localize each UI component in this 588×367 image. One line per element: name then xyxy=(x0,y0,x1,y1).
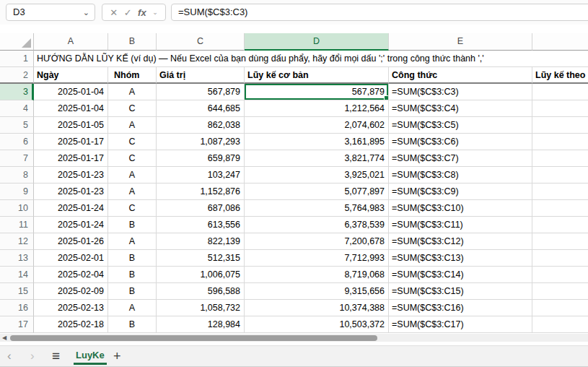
cell-group[interactable]: C xyxy=(108,134,157,150)
cancel-icon[interactable]: ✕ xyxy=(110,7,118,18)
add-sheet-icon[interactable]: + xyxy=(113,346,121,366)
cell-cumulative[interactable]: 10,503,372 xyxy=(245,316,389,333)
sheet-menu-icon[interactable]: ≡ xyxy=(52,346,60,366)
cell-date[interactable]: 2025-01-26 xyxy=(34,233,108,250)
cell-group[interactable]: A xyxy=(108,117,157,134)
cell-date[interactable]: 2025-01-04 xyxy=(34,100,108,117)
cell-formula[interactable]: =SUM($C$3:C13) xyxy=(389,250,532,267)
cell-date[interactable]: 2025-02-09 xyxy=(34,283,108,300)
cell-cumulative[interactable]: 3,821,774 xyxy=(245,150,389,167)
cell-date[interactable]: 2025-02-13 xyxy=(34,300,108,316)
row-header[interactable]: 4 xyxy=(0,100,34,117)
name-box-dropdown-icon[interactable]: ⌄ xyxy=(83,4,89,20)
cell-formula[interactable]: =SUM($C$3:C5) xyxy=(389,117,532,134)
row-header[interactable]: 7 xyxy=(0,150,34,167)
row-header[interactable]: 11 xyxy=(0,217,34,233)
cell-value[interactable]: 596,588 xyxy=(157,283,245,300)
cell-empty[interactable] xyxy=(532,184,588,200)
cell-formula[interactable]: =SUM($C$3:C6) xyxy=(389,134,532,150)
cell-cumulative[interactable]: 6,378,539 xyxy=(245,217,389,233)
formula-input[interactable]: =SUM($C$3:C3) xyxy=(171,4,588,21)
row-header[interactable]: 8 xyxy=(0,167,34,184)
header-gia-tri[interactable]: Giá trị xyxy=(157,67,245,84)
row-header[interactable]: 15 xyxy=(0,283,34,300)
cell-group[interactable]: B xyxy=(108,316,157,333)
cell-group[interactable]: A xyxy=(108,233,157,250)
cell-group[interactable]: B xyxy=(108,283,157,300)
cell-formula[interactable]: =SUM($C$3:C4) xyxy=(389,100,532,117)
cell-date[interactable]: 2025-02-04 xyxy=(34,267,108,283)
horizontal-scrollbar[interactable]: ◀ xyxy=(0,334,588,342)
cell-empty[interactable] xyxy=(532,233,588,250)
header-luy-ke-co-ban[interactable]: Lũy kế cơ bản xyxy=(245,67,389,84)
cell-value[interactable]: 613,556 xyxy=(157,217,245,233)
column-header-d-selected[interactable]: D xyxy=(245,33,389,51)
header-cong-thuc[interactable]: Công thức xyxy=(389,67,532,84)
cell-empty[interactable] xyxy=(532,300,588,316)
enter-icon[interactable]: ✓ xyxy=(124,7,132,18)
cell-empty[interactable] xyxy=(532,217,588,233)
cell-date[interactable]: 2025-01-05 xyxy=(34,117,108,134)
cell-cumulative[interactable]: 5,764,983 xyxy=(245,200,389,217)
column-header-a[interactable]: A xyxy=(34,33,108,51)
row-header[interactable]: 12 xyxy=(0,233,34,250)
cell-formula[interactable]: =SUM($C$3:C16) xyxy=(389,300,532,316)
cell-empty[interactable] xyxy=(532,84,588,100)
column-header-b[interactable]: B xyxy=(108,33,157,51)
row-header-2[interactable]: 2 xyxy=(0,67,34,84)
scrollbar-thumb[interactable] xyxy=(10,335,377,341)
cell-date[interactable]: 2025-01-17 xyxy=(34,134,108,150)
cell-empty[interactable] xyxy=(532,283,588,300)
cell-date[interactable]: 2025-02-01 xyxy=(34,250,108,267)
header-ngay[interactable]: Ngày xyxy=(34,67,108,84)
active-cell-d3[interactable]: 567,879 xyxy=(245,84,389,100)
prev-sheet-icon[interactable]: ‹ xyxy=(7,346,12,366)
cell-group[interactable]: A xyxy=(108,84,157,100)
cell-date[interactable]: 2025-01-24 xyxy=(34,200,108,217)
cell-group[interactable]: A xyxy=(108,167,157,184)
row-header[interactable]: 9 xyxy=(0,184,34,200)
cell-empty[interactable] xyxy=(532,267,588,283)
row-header[interactable]: 5 xyxy=(0,117,34,134)
cell-date[interactable]: 2025-02-18 xyxy=(34,316,108,333)
cell-date[interactable]: 2025-01-24 xyxy=(34,217,108,233)
cell-cumulative[interactable]: 1,212,564 xyxy=(245,100,389,117)
header-luy-ke-theo[interactable]: Lũy kế theo xyxy=(532,67,588,84)
sheet-tab-luyke[interactable]: LuyKe xyxy=(74,346,107,365)
cell-value[interactable]: 512,315 xyxy=(157,250,245,267)
cell-cumulative[interactable]: 3,161,895 xyxy=(245,134,389,150)
cell-cumulative[interactable]: 7,200,678 xyxy=(245,233,389,250)
row-header[interactable]: 16 xyxy=(0,300,34,316)
name-box[interactable]: D3 ⌄ xyxy=(6,4,95,21)
row-header[interactable]: 6 xyxy=(0,134,34,150)
cell-empty[interactable] xyxy=(532,134,588,150)
cell-formula[interactable]: =SUM($C$3:C11) xyxy=(389,217,532,233)
cell-date[interactable]: 2025-01-23 xyxy=(34,167,108,184)
cell-value[interactable]: 1,152,876 xyxy=(157,184,245,200)
cell-value[interactable]: 1,058,732 xyxy=(157,300,245,316)
cell-group[interactable]: B xyxy=(108,267,157,283)
header-nhom[interactable]: Nhóm xyxy=(108,67,157,84)
cell-value[interactable]: 644,685 xyxy=(157,100,245,117)
cell-cumulative[interactable]: 7,712,993 xyxy=(245,250,389,267)
row-header[interactable]: 10 xyxy=(0,200,34,217)
column-header-e[interactable]: E xyxy=(389,33,532,51)
cell-group[interactable]: A xyxy=(108,300,157,316)
cell-formula[interactable]: =SUM($C$3:C3) xyxy=(389,84,532,100)
cell-empty[interactable] xyxy=(532,250,588,267)
scroll-left-icon[interactable]: ◀ xyxy=(2,334,6,341)
cell-group[interactable]: C xyxy=(108,200,157,217)
select-all-corner[interactable] xyxy=(0,33,34,51)
cell-cumulative[interactable]: 10,374,388 xyxy=(245,300,389,316)
cell-empty[interactable] xyxy=(532,150,588,167)
row-header[interactable]: 14 xyxy=(0,267,34,283)
cell-formula[interactable]: =SUM($C$3:C7) xyxy=(389,150,532,167)
row-header[interactable]: 3 xyxy=(0,84,34,100)
cell-empty[interactable] xyxy=(532,117,588,134)
cell-value[interactable]: 659,879 xyxy=(157,150,245,167)
cell-value[interactable]: 687,086 xyxy=(157,200,245,217)
cell-value[interactable]: 1,006,075 xyxy=(157,267,245,283)
next-sheet-icon[interactable]: › xyxy=(30,346,35,366)
cell-empty[interactable] xyxy=(532,100,588,117)
cell-value[interactable]: 862,038 xyxy=(157,117,245,134)
